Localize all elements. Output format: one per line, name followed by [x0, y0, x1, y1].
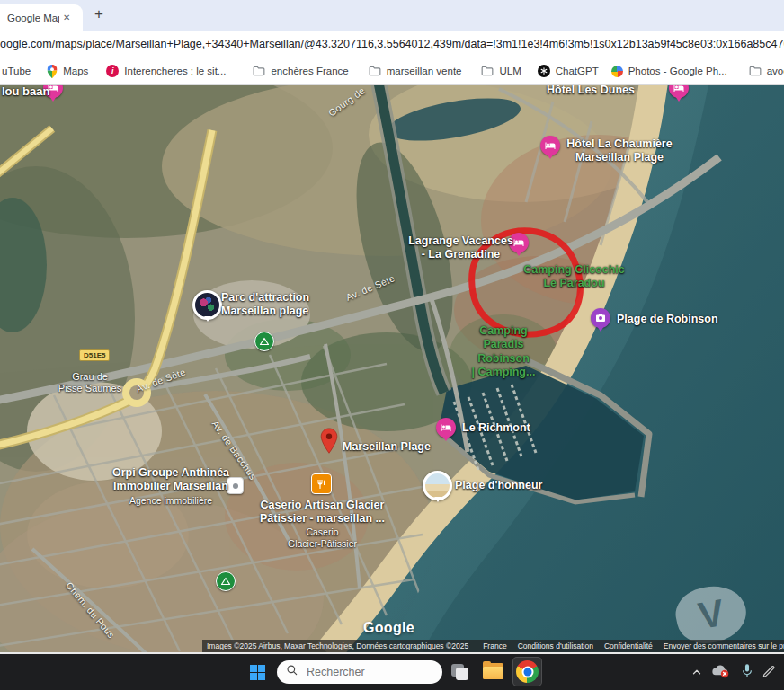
- search-input[interactable]: [305, 665, 425, 679]
- restaurant-pin-caserio[interactable]: [311, 473, 332, 494]
- poi-label-parc-attraction[interactable]: Parc d'attraction Marseillan plage: [221, 291, 309, 319]
- beach-camera-pin-robinson[interactable]: [591, 308, 610, 328]
- poi-label-richmont[interactable]: Le Richmont: [462, 421, 530, 435]
- campground-icon[interactable]: [254, 332, 274, 351]
- bookmark-encheres-france[interactable]: enchères France: [253, 66, 348, 76]
- taskbar-search[interactable]: [277, 660, 442, 684]
- campground-icon[interactable]: [216, 571, 236, 591]
- google-photos-icon: [611, 66, 623, 77]
- bookmark-chatgpt[interactable]: ChatGPT: [538, 65, 599, 77]
- imagery-credit: Images ©2025 Airbus, Maxar Technologies,…: [207, 641, 468, 650]
- screen: Google Maps ✕ + oogle.com/maps/place/Mar…: [0, 0, 784, 690]
- bookmark-google-photos[interactable]: Photos - Google Ph...: [611, 66, 727, 77]
- onedrive-error-icon[interactable]: [710, 663, 730, 683]
- bookmark-avocats[interactable]: avocats: [749, 66, 784, 76]
- poi-label-orpi[interactable]: Orpi Groupe Anthinéa Immobilier Marseill…: [92, 466, 250, 494]
- poi-label-plage-robinson[interactable]: Plage de Robinson: [617, 313, 718, 326]
- country-label: France: [483, 641, 506, 650]
- address-bar[interactable]: oogle.com/maps/place/Marseillan+Plage,+3…: [0, 31, 784, 58]
- bookmark-marseillan-vente[interactable]: marseillan vente: [369, 66, 462, 76]
- photo-pin-parc-attraction[interactable]: [192, 290, 222, 320]
- photo-pin-plage-honneur[interactable]: [423, 471, 452, 500]
- road-badge-d51e5: D51E5: [79, 349, 110, 361]
- poi-label-camping-paradis[interactable]: Camping Paradis Robinson | Camping...: [454, 324, 553, 379]
- chrome-icon: [516, 660, 539, 683]
- poi-label-plage-honneur[interactable]: Plage d'honneur: [455, 479, 542, 492]
- terms-link[interactable]: Conditions d'utilisation: [518, 641, 593, 650]
- search-icon: [286, 664, 298, 680]
- place-label-grau: Grau de Pisse Saumes: [47, 371, 133, 395]
- tray-chevron-icon[interactable]: [690, 666, 703, 682]
- google-logo: Google: [363, 620, 414, 636]
- satellite-imagery: [0, 85, 784, 654]
- chrome-taskbar-button[interactable]: [512, 657, 542, 686]
- bookmark-ulm[interactable]: ULM: [481, 66, 521, 76]
- poi-label-lou-baan[interactable]: lou baan: [2, 85, 49, 99]
- poi-sublabel-orpi: Agence immobilière: [108, 495, 234, 507]
- poi-label-les-dunes[interactable]: Hôtel Les Dunes: [523, 85, 658, 97]
- poi-label-lagrange[interactable]: Lagrange Vacances - La Grenadine: [396, 234, 526, 262]
- bookmark-youtube[interactable]: uTube: [2, 66, 31, 76]
- windows-start-button[interactable]: [250, 665, 265, 680]
- file-explorer-button[interactable]: [483, 663, 503, 680]
- folder-icon: [749, 66, 762, 76]
- taskbar: [0, 654, 784, 690]
- folder-icon: [481, 66, 494, 76]
- url-text: oogle.com/maps/place/Marseillan+Plage,+3…: [0, 38, 784, 50]
- lodging-pin-chaumiere[interactable]: [540, 136, 560, 155]
- bookmarks-bar: uTube Maps i Interencheres : le sit... e…: [0, 58, 784, 85]
- tab-strip: Google Maps ✕ +: [0, 0, 784, 31]
- poi-label-marseillan-plage[interactable]: Marseillan Plage: [343, 440, 431, 454]
- pen-icon[interactable]: [762, 664, 777, 683]
- tab-title: Google Maps: [7, 13, 59, 23]
- feedback-link[interactable]: Envoyer des commentaires sur le pro: [664, 641, 784, 650]
- privacy-link[interactable]: Confidentialité: [604, 641, 653, 650]
- folder-icon: [253, 66, 265, 76]
- bookmark-maps[interactable]: Maps: [47, 65, 88, 78]
- interencheres-icon: i: [106, 65, 119, 77]
- poi-label-camping-clicochic[interactable]: Camping Clicochic Le Paradou: [509, 263, 639, 291]
- map-viewport[interactable]: lou baan Hôtel Les Dunes Hôtel La Chaumi…: [0, 85, 784, 654]
- red-place-pin-marseillan-plage[interactable]: [319, 428, 339, 458]
- map-attribution-bar: Images ©2025 Airbus, Maxar Technologies,…: [202, 640, 784, 652]
- poi-sublabel-caserio: Caserio Glacier-Pâtissier: [266, 526, 379, 550]
- new-tab-button[interactable]: +: [88, 4, 110, 25]
- bookmark-interencheres[interactable]: i Interencheres : le sit...: [106, 65, 226, 77]
- chatgpt-icon: [538, 65, 550, 77]
- maps-pin-icon: [47, 65, 58, 78]
- microphone-icon[interactable]: [741, 663, 753, 684]
- poi-label-chaumiere[interactable]: Hôtel La Chaumière Marseillan Plage: [562, 137, 677, 165]
- task-view-button[interactable]: [451, 664, 469, 680]
- lodging-pin-richmont[interactable]: [436, 418, 456, 438]
- poi-label-caserio[interactable]: Caserio Artisan Glacier Pâtissier - mars…: [248, 499, 396, 526]
- browser-tab[interactable]: Google Maps ✕: [0, 4, 83, 31]
- tab-close-icon[interactable]: ✕: [63, 13, 70, 22]
- folder-icon: [369, 66, 381, 76]
